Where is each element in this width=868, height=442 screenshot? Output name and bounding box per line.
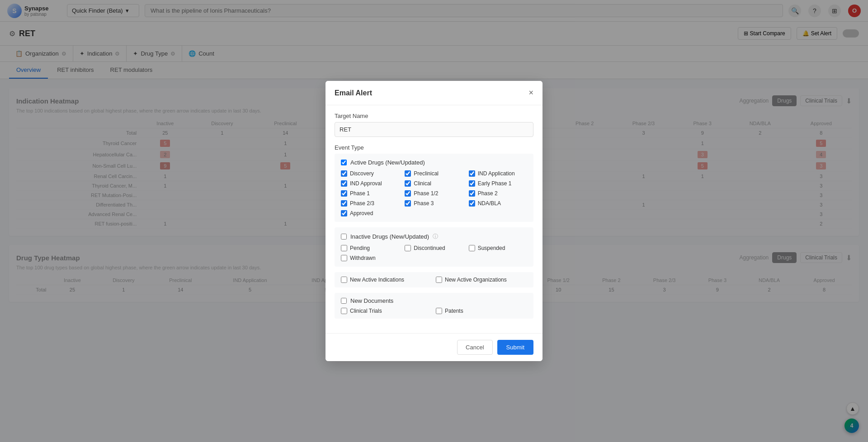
active-drugs-checkbox[interactable]: [341, 160, 347, 165]
new-active-indications-item: New Active Indications: [341, 277, 432, 283]
modal-close-button[interactable]: ×: [528, 88, 533, 98]
suspended-checkbox[interactable]: [469, 245, 475, 251]
clinical-trials-doc-checkbox[interactable]: [341, 308, 347, 314]
discovery-checkbox-item: Discovery: [341, 170, 399, 177]
new-documents-header: New Documents: [341, 297, 527, 304]
new-active-organizations-checkbox[interactable]: [436, 277, 442, 283]
submit-button[interactable]: Submit: [497, 340, 533, 355]
discontinued-checkbox[interactable]: [405, 245, 411, 251]
new-active-organizations-label: New Active Organizations: [445, 277, 507, 283]
phase12-label: Phase 1/2: [414, 190, 438, 197]
active-drugs-checkboxes: Discovery Preclinical IND Application: [341, 170, 527, 216]
cancel-button[interactable]: Cancel: [457, 340, 492, 355]
phase12-checkbox-item: Phase 1/2: [405, 190, 463, 197]
target-name-label: Target Name: [335, 113, 533, 119]
inactive-drugs-header: Inactive Drugs (New/Updated) ⓘ: [341, 233, 527, 240]
discontinued-label: Discontinued: [414, 245, 445, 251]
inactive-drugs-title: Inactive Drugs (New/Updated): [350, 233, 429, 240]
early-phase1-checkbox-item: Early Phase 1: [469, 180, 527, 187]
phase2-label: Phase 2: [478, 190, 498, 197]
ind-application-label: IND Application: [478, 170, 515, 177]
clinical-checkbox-item: Clinical: [405, 180, 463, 187]
clinical-checkbox[interactable]: [405, 180, 411, 187]
discovery-checkbox[interactable]: [341, 170, 347, 177]
target-name-group: Target Name: [335, 113, 533, 137]
target-name-input[interactable]: [335, 122, 533, 137]
email-alert-modal: Email Alert × Target Name Event Type Act…: [326, 81, 542, 361]
phase3-checkbox[interactable]: [405, 200, 411, 207]
preclinical-checkbox[interactable]: [405, 170, 411, 177]
new-active-organizations-item: New Active Organizations: [436, 277, 527, 283]
approved-checkbox[interactable]: [341, 210, 347, 216]
phase2-checkbox-item: Phase 2: [469, 190, 527, 197]
new-active-indications-checkbox[interactable]: [341, 277, 347, 283]
ind-application-checkbox[interactable]: [469, 170, 475, 177]
clinical-trials-doc-item: Clinical Trials: [341, 308, 432, 314]
early-phase1-label: Early Phase 1: [478, 180, 512, 187]
active-drugs-card: Active Drugs (New/Updated) Discovery Pre…: [335, 154, 533, 222]
phase1-checkbox-item: Phase 1: [341, 190, 399, 197]
modal-overlay[interactable]: Email Alert × Target Name Event Type Act…: [0, 0, 868, 442]
doc-checkboxes: Clinical Trials Patents: [341, 308, 527, 314]
modal-header: Email Alert ×: [326, 81, 542, 105]
modal-footer: Cancel Submit: [326, 333, 542, 361]
clinical-trials-doc-label: Clinical Trials: [350, 308, 382, 314]
new-documents-checkbox[interactable]: [341, 298, 347, 304]
ndabla-checkbox[interactable]: [469, 200, 475, 207]
event-type-group: Event Type Active Drugs (New/Updated) Di…: [335, 144, 533, 319]
inactive-drugs-card: Inactive Drugs (New/Updated) ⓘ Pending D…: [335, 227, 533, 267]
phase23-label: Phase 2/3: [350, 200, 374, 207]
new-active-row: New Active Indications New Active Organi…: [335, 272, 533, 287]
patents-checkbox[interactable]: [436, 308, 442, 314]
discontinued-checkbox-item: Discontinued: [405, 245, 463, 251]
phase1-checkbox[interactable]: [341, 190, 347, 197]
patents-item: Patents: [436, 308, 527, 314]
ind-approval-label: IND Approval: [350, 180, 382, 187]
withdrawn-checkbox[interactable]: [341, 255, 347, 261]
clinical-label: Clinical: [414, 180, 431, 187]
modal-body: Target Name Event Type Active Drugs (New…: [326, 105, 542, 333]
phase23-checkbox[interactable]: [341, 200, 347, 207]
withdrawn-label: Withdrawn: [350, 255, 376, 261]
inactive-drugs-checkbox[interactable]: [341, 234, 347, 240]
suspended-checkbox-item: Suspended: [469, 245, 527, 251]
phase3-label: Phase 3: [414, 200, 434, 207]
suspended-label: Suspended: [478, 245, 505, 251]
phase23-checkbox-item: Phase 2/3: [341, 200, 399, 207]
ind-application-checkbox-item: IND Application: [469, 170, 527, 177]
modal-title: Email Alert: [335, 89, 372, 97]
preclinical-label: Preclinical: [414, 170, 439, 177]
ndabla-label: NDA/BLA: [478, 200, 501, 207]
ind-approval-checkbox-item: IND Approval: [341, 180, 399, 187]
approved-label: Approved: [350, 210, 373, 216]
withdrawn-checkbox-item: Withdrawn: [341, 255, 399, 261]
phase12-checkbox[interactable]: [405, 190, 411, 197]
pending-label: Pending: [350, 245, 370, 251]
ndabla-checkbox-item: NDA/BLA: [469, 200, 527, 207]
pending-checkbox-item: Pending: [341, 245, 399, 251]
phase3-checkbox-item: Phase 3: [405, 200, 463, 207]
pending-checkbox[interactable]: [341, 245, 347, 251]
phase1-label: Phase 1: [350, 190, 370, 197]
discovery-label: Discovery: [350, 170, 374, 177]
inactive-drugs-checkboxes: Pending Discontinued Suspended With: [341, 245, 527, 261]
ind-approval-checkbox[interactable]: [341, 180, 347, 187]
new-documents-label: New Documents: [350, 297, 393, 304]
event-type-label: Event Type: [335, 144, 533, 151]
new-documents-section: New Documents Clinical Trials Patents: [335, 293, 533, 319]
active-drugs-title: Active Drugs (New/Updated): [350, 159, 425, 166]
new-active-indications-label: New Active Indications: [350, 277, 404, 283]
patents-label: Patents: [445, 308, 463, 314]
early-phase1-checkbox[interactable]: [469, 180, 475, 187]
approved-checkbox-item: Approved: [341, 210, 399, 216]
preclinical-checkbox-item: Preclinical: [405, 170, 463, 177]
active-drugs-header: Active Drugs (New/Updated): [341, 159, 527, 166]
info-icon: ⓘ: [433, 233, 438, 240]
phase2-checkbox[interactable]: [469, 190, 475, 197]
